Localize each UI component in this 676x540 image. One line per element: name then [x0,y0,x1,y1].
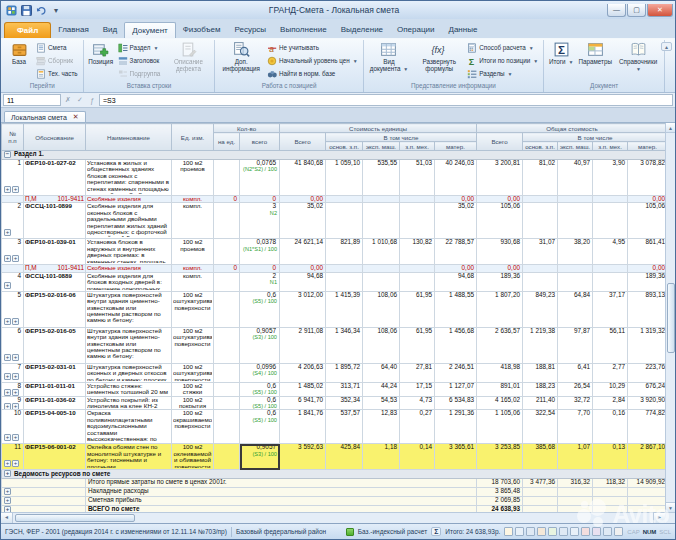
cell-qty-total[interactable]: 0,9057(S3) / 100 [240,444,280,470]
cell-qty-per[interactable] [214,272,240,291]
expand-row-icon[interactable]: + [4,318,11,325]
cell-unit-cost-2[interactable] [363,272,400,291]
scroll-down-icon[interactable]: ▼ [666,502,675,512]
cell-name[interactable]: Окраска поливинилацетатными водоэмульсио… [86,410,172,444]
expand-row-icon[interactable]: + [12,354,19,361]
col-header-including[interactable]: В том числе [523,133,666,142]
references-button[interactable]: Справочники ▼ [614,40,662,82]
cell-basis[interactable]: П,М101-9411 [24,196,86,203]
expand-row-icon[interactable]: + [4,389,11,396]
cell-unit[interactable]: 100 м2 проемов [172,239,214,265]
cell-total-cost-4[interactable]: 3 920,90 [628,396,666,410]
ribbon-tab[interactable]: Данные [441,22,484,38]
cell-num[interactable]: 11++ [2,444,24,470]
cell-qty-per[interactable] [214,327,240,363]
cell-total-cost-4[interactable]: 676,24 [628,382,666,396]
cell-unit-cost-0[interactable]: 2 911,08 [280,327,326,363]
close-button[interactable]: ✕ [647,4,673,17]
cell-total-cost-3[interactable]: 4,95 [593,239,628,265]
cell-total-cost-1[interactable] [523,196,558,203]
minimize-button[interactable]: — [607,4,626,17]
col-header-osn[interactable]: основ. з.п. [326,142,363,151]
cell-unit-cost-2[interactable]: 1,18 [363,444,400,470]
totals-mat[interactable] [628,488,666,497]
cell-unit[interactable]: компл. [172,272,214,291]
cell-unit-cost-1[interactable] [326,203,363,239]
price-level-button[interactable]: Начальный уровень цен▼ [266,54,361,67]
cell-total-cost-1[interactable] [523,203,558,239]
cell-total-cost-3[interactable] [593,272,628,291]
cell-unit-cost-3[interactable] [400,203,435,239]
cell-unit-cost-1[interactable]: 1 895,72 [326,363,363,382]
cell-unit[interactable]: 100 м2 проемов [172,160,214,196]
totals-eksp[interactable] [558,497,593,506]
totals-zpm[interactable] [593,497,628,506]
cell-num[interactable] [2,265,24,272]
expand-row-icon[interactable]: + [4,434,11,441]
cell-total-cost-4[interactable]: 0,00 [628,265,666,272]
add-position-button[interactable]: Позиция [86,40,116,82]
cell-unit-cost-2[interactable] [363,203,400,239]
cell-unit-cost-4[interactable]: 0,00 [435,196,477,203]
document-view-button[interactable]: Вид документа ▼ [366,40,413,82]
ignore-button[interactable]: aНе учитывать [266,41,361,54]
cell-unit-cost-4[interactable]: 40 246,03 [435,160,477,196]
cell-total-cost-3[interactable]: 56,11 [593,327,628,363]
sections-button[interactable]: Разделы▼ [466,67,541,80]
cell-unit-cost-4[interactable]: 1 127,07 [435,382,477,396]
cell-total-cost-1[interactable]: 188,81 [523,363,558,382]
cell-qty-per[interactable] [214,410,240,444]
totals-zpm[interactable]: 118,32 [593,479,628,488]
cell-qty-total[interactable]: 0,6(S5) / 100 [240,410,280,444]
cell-num[interactable]: 9++ [2,396,24,410]
totals-total[interactable]: 3 865,48 [477,488,523,497]
parameters-button[interactable]: Параметры [577,40,613,82]
totals-mat[interactable]: 14 909,92 [628,479,666,488]
cell-name[interactable]: Скобяные изделия для блоков входных двер… [86,272,172,291]
cell-total-cost-2[interactable]: 32,72 [558,396,593,410]
cell-total-cost-2[interactable]: 6,41 [558,363,593,382]
cell-basis[interactable]: ФЕР15-02-016-05 [24,327,86,363]
calc-mode-label[interactable]: Баз.-индексный расчет [358,528,427,535]
cell-qty-total[interactable]: 0 [240,196,280,203]
expand-row-icon[interactable]: + [12,318,19,325]
cell-total-cost-2[interactable]: 1,07 [558,444,593,470]
insert-function-icon[interactable]: ƒ [87,97,97,104]
document-tab[interactable]: Локальная смета ✕ [4,111,86,122]
cell-total-cost-2[interactable] [558,203,593,239]
cell-basis[interactable]: ФЕР15-04-005-10 [24,410,86,444]
cell-qty-per[interactable] [214,396,240,410]
cell-total-cost-2[interactable]: 26,54 [558,382,593,396]
cell-unit-cost-2[interactable]: 12,83 [363,410,400,444]
cell-total-cost-0[interactable]: 891,01 [477,382,523,396]
vertical-scroll-thumb[interactable] [667,283,675,353]
database-button[interactable]: База [4,40,34,82]
col-header-mat[interactable]: матер. [435,142,477,151]
cell-basis[interactable]: ФЕР11-01-011-01 [24,382,86,396]
cell-total-cost-1[interactable]: 211,40 [523,396,558,410]
cell-unit-cost-4[interactable]: 94,68 [435,272,477,291]
cell-unit-cost-0[interactable]: 1 485,02 [280,382,326,396]
col-header-zpm[interactable]: з.п. мех. [400,142,435,151]
cell-unit-cost-0[interactable]: 35,02 [280,203,326,239]
cell-qty-per[interactable] [214,382,240,396]
status-view-icon[interactable] [592,527,601,536]
cell-unit-cost-2[interactable]: 535,55 [363,160,400,196]
cell-total-cost-0[interactable]: 189,36 [477,272,523,291]
col-header-basis[interactable]: Обоснование [24,124,86,151]
ribbon-tab[interactable]: Ресурсы [228,22,274,38]
cell-unit-cost-0[interactable]: 0,00 [280,265,326,272]
expand-row-icon[interactable]: + [4,403,11,410]
find-in-base-button[interactable]: Найти в норм. базе [266,67,361,80]
cell-name[interactable]: Скобяные изделия для оконных блоков с ра… [86,203,172,239]
status-view-icon[interactable] [603,527,612,536]
cell-basis[interactable]: ФЕР15-06-001-02 [24,444,86,470]
expand-row-icon[interactable]: + [12,255,19,262]
undo-icon[interactable] [35,4,47,16]
cell-qty-per[interactable]: 0 [214,196,240,203]
enter-formula-icon[interactable]: ✓ [75,96,85,104]
cell-total-cost-1[interactable]: 1 219,38 [523,327,558,363]
cell-num[interactable]: 7++ [2,363,24,382]
totals-label[interactable]: Сметная прибыль [86,497,477,506]
expand-row-icon[interactable]: + [12,373,19,380]
